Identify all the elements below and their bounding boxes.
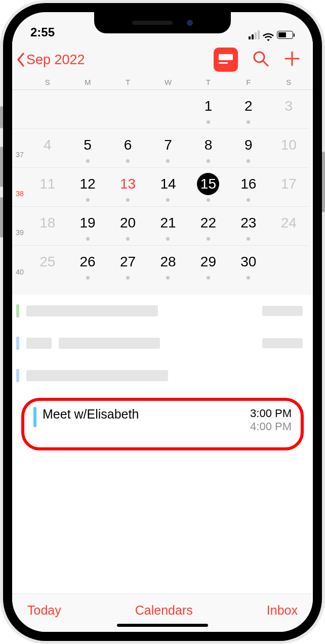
calendar-day[interactable]: 2 [228, 95, 268, 124]
calendar-day[interactable]: 20 [108, 212, 148, 241]
home-indicator[interactable] [117, 624, 208, 627]
calendar-day[interactable]: 27 [108, 251, 148, 280]
list-view-icon [219, 54, 233, 65]
notch [94, 12, 231, 33]
calendar-day[interactable]: 15 [188, 173, 228, 202]
calendar-day[interactable]: 3 [269, 95, 309, 124]
calendar-day[interactable]: 25 [27, 251, 67, 280]
event-dot-icon [86, 198, 90, 202]
today-button[interactable]: Today [27, 603, 61, 618]
week-number: 39 [12, 215, 27, 237]
event-dot-icon [86, 276, 90, 280]
event-dot-icon [247, 120, 250, 124]
calendars-button[interactable]: Calendars [135, 603, 193, 618]
svg-rect-0 [219, 54, 233, 60]
calendar-day[interactable]: 6 [108, 134, 148, 163]
month-grid: 1233745678910381112131415161739181920212… [12, 89, 313, 285]
event-dot-icon [247, 198, 250, 202]
nav-bar: Sep 2022 [12, 41, 313, 78]
status-time: 2:55 [30, 25, 55, 39]
event-dot-icon [207, 198, 210, 202]
calendar-day[interactable]: 11 [27, 173, 67, 202]
weekday-label: F [228, 78, 268, 86]
calendar-day[interactable]: 18 [27, 212, 67, 241]
event-dot-icon [207, 159, 210, 163]
phone-frame: 2:55 Sep 2022 [0, 0, 325, 644]
calendar-day[interactable]: 24 [269, 212, 309, 241]
calendar-day[interactable]: 21 [148, 212, 188, 241]
screen: 2:55 Sep 2022 [12, 12, 313, 632]
event-dot-icon [207, 276, 210, 280]
calendar-day[interactable]: 16 [228, 173, 268, 202]
search-button[interactable] [252, 50, 269, 69]
calendar-day[interactable]: 1 [188, 95, 228, 124]
event-color-stripe [33, 407, 36, 427]
event-dot-icon [86, 237, 90, 241]
front-camera [187, 20, 193, 26]
list-view-toggle[interactable] [214, 48, 238, 72]
event-dot-icon [86, 159, 90, 163]
calendar-day[interactable]: 4 [27, 134, 67, 163]
event-dot-icon [247, 159, 250, 163]
weekday-label: S [27, 78, 67, 86]
weekday-header: S M T W T F S [12, 78, 313, 89]
event-dot-icon [207, 120, 210, 124]
calendar-day[interactable]: 26 [67, 251, 107, 280]
cellular-signal-icon [249, 30, 260, 39]
status-indicators [249, 30, 295, 39]
weekday-label: W [148, 78, 188, 86]
event-dot-icon [166, 237, 170, 241]
event-dot-icon [166, 276, 170, 280]
add-event-button[interactable] [283, 50, 301, 69]
event-row[interactable]: Meet w/Elisabeth 3:00 PM 4:00 PM [29, 404, 296, 436]
week-number: 40 [12, 255, 27, 276]
calendar-day[interactable]: 28 [148, 251, 188, 280]
calendar-day[interactable]: 19 [67, 212, 107, 241]
search-icon [252, 50, 269, 67]
event-dot-icon [126, 159, 130, 163]
event-dot-icon [166, 159, 170, 163]
chevron-left-icon [16, 52, 26, 67]
event-row-redacted[interactable] [12, 295, 313, 327]
event-dot-icon [247, 276, 250, 280]
event-title: Meet w/Elisabeth [43, 407, 139, 422]
back-label: Sep 2022 [26, 52, 85, 68]
calendar-day[interactable]: 17 [269, 173, 309, 202]
calendar-day[interactable]: 23 [228, 212, 268, 241]
weekday-label: T [188, 78, 228, 86]
weekday-label: T [108, 78, 148, 86]
calendar-day[interactable]: 13 [108, 173, 148, 202]
calendar-day[interactable]: 12 [67, 173, 107, 202]
event-dot-icon [207, 237, 210, 241]
wifi-icon [263, 30, 274, 39]
calendar-day[interactable]: 29 [188, 251, 228, 280]
event-end-time: 4:00 PM [250, 420, 292, 433]
inbox-button[interactable]: Inbox [267, 603, 298, 618]
event-start-time: 3:00 PM [250, 407, 292, 420]
weekday-label: M [67, 78, 107, 86]
event-row-redacted[interactable] [12, 359, 313, 392]
event-dot-icon [126, 237, 130, 241]
event-times: 3:00 PM 4:00 PM [250, 407, 292, 433]
event-dot-icon [126, 198, 130, 202]
calendar-day[interactable]: 22 [188, 212, 228, 241]
calendar-day[interactable]: 10 [269, 134, 309, 163]
calendar-day[interactable]: 30 [228, 251, 268, 280]
plus-icon [283, 50, 301, 67]
event-row-redacted[interactable] [12, 327, 313, 359]
phone-bezel: 2:55 Sep 2022 [3, 3, 322, 641]
calendar-day[interactable]: 8 [188, 134, 228, 163]
week-number: 38 [12, 176, 27, 198]
calendar-day[interactable]: 9 [228, 134, 268, 163]
svg-rect-1 [219, 62, 228, 64]
events-list[interactable]: Meet w/Elisabeth 3:00 PM 4:00 PM [12, 285, 313, 593]
calendar-day[interactable]: 14 [148, 173, 188, 202]
tutorial-highlight: Meet w/Elisabeth 3:00 PM 4:00 PM [21, 398, 304, 450]
event-dot-icon [166, 198, 170, 202]
back-button[interactable]: Sep 2022 [16, 52, 85, 68]
calendar-day[interactable]: 5 [67, 134, 107, 163]
event-dot-icon [126, 276, 130, 280]
battery-icon [277, 31, 295, 39]
calendar-day[interactable]: 7 [148, 134, 188, 163]
weekday-label: S [269, 78, 309, 86]
